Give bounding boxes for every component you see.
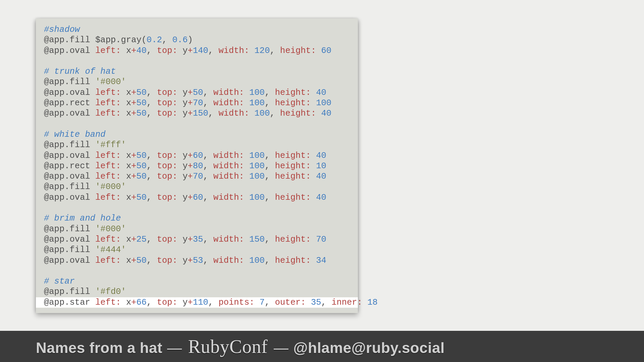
footer-dash: — bbox=[167, 340, 182, 356]
footer-bar: Names from a hat — RubyConf — @hlame@rub… bbox=[0, 331, 644, 362]
footer-left: Names from a hat bbox=[36, 340, 162, 356]
code-card: #shadow @app.fill $app.gray(0.2, 0.6) @a… bbox=[36, 18, 358, 313]
footer-text: Names from a hat — RubyConf — @hlame@rub… bbox=[36, 336, 445, 357]
slide: #shadow @app.fill $app.gray(0.2, 0.6) @a… bbox=[0, 0, 644, 362]
footer-dash: — bbox=[274, 340, 289, 356]
rubyconf-logo: RubyConf bbox=[187, 336, 269, 357]
code-block: #shadow @app.fill $app.gray(0.2, 0.6) @a… bbox=[44, 24, 350, 308]
footer-handle: @hlame@ruby.social bbox=[293, 340, 445, 356]
